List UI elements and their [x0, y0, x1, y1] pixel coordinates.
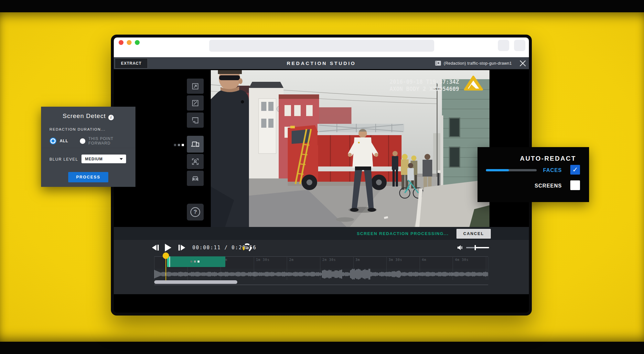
play-button[interactable] — [165, 244, 171, 252]
close-icon[interactable] — [519, 60, 526, 67]
previous-frame-button[interactable] — [152, 244, 159, 252]
processing-status-bar: SCREEN REDACTION PROCESSING... CANCEL — [114, 227, 529, 240]
playback-speed-button[interactable]: 1x — [242, 242, 252, 253]
redaction-studio-titlebar: EXTRACT REDACTION STUDIO (Redaction) tra… — [114, 57, 529, 69]
evidence-file-name: (Redaction) traffic-stop-gun-drawn1 — [444, 61, 512, 66]
vehicle-detect-tool-button[interactable] — [187, 171, 204, 186]
blur-level-value: MEDIUM — [85, 157, 103, 161]
volume-fill — [466, 247, 475, 248]
volume-slider[interactable] — [466, 247, 489, 248]
auto-redact-title: AUTO-REDACT — [520, 155, 576, 162]
vehicle-detect-icon — [191, 175, 199, 182]
speaker-icon — [457, 244, 465, 251]
audio-waveform[interactable] — [154, 268, 488, 280]
overlay-camera-id: AXON BODY 2 X81054609 — [390, 86, 459, 92]
address-bar[interactable] — [209, 40, 434, 52]
faces-label: FACES — [543, 167, 562, 173]
playback-controls: 00:00:11 / 0:20:56 1x — [114, 240, 529, 255]
faces-progress-fill — [486, 169, 509, 171]
blur-level-label: BLUR LEVEL — [49, 157, 78, 162]
browser-action-button[interactable] — [498, 40, 509, 51]
pop-out-icon — [191, 82, 199, 90]
zoom-window-button[interactable] — [135, 40, 140, 45]
volume-mute-button[interactable] — [457, 244, 465, 252]
timeline: 30s1m1m 30s2m2m 30s3m3m 30s4m4m 30s5m — [114, 255, 529, 294]
speed-value: 1x — [245, 246, 249, 250]
magic-wand-tool-button[interactable] — [187, 95, 204, 111]
screen-detect-panel: Screen Detecti REDACTION DURATION... ALL… — [41, 107, 135, 187]
screens-label: SCREENS — [535, 183, 562, 189]
chevron-down-icon — [120, 158, 123, 160]
auto-redact-panel: AUTO-REDACT FACES ✓ SCREENS — [478, 147, 589, 202]
previous-frame-icon — [152, 245, 156, 251]
volume-thumb[interactable] — [475, 245, 476, 250]
redaction-segment[interactable] — [167, 256, 225, 267]
blur-level-select[interactable]: MEDIUM — [81, 155, 126, 163]
audio-region-tool-button[interactable] — [187, 113, 204, 128]
screens-checkbox[interactable] — [570, 180, 580, 190]
face-detect-icon — [191, 158, 199, 166]
face-detect-tool-button[interactable] — [187, 154, 204, 169]
cancel-button[interactable]: CANCEL — [456, 229, 491, 239]
page: EXTRACT REDACTION STUDIO (Redaction) tra… — [0, 0, 644, 354]
playhead-line — [166, 256, 166, 284]
divider — [41, 148, 135, 149]
magic-wand-icon — [191, 99, 199, 107]
video-player[interactable]: 2016-09-18 T19:37:34Z AXON BODY 2 X81054… — [211, 70, 489, 227]
next-frame-button[interactable] — [178, 244, 185, 252]
process-button[interactable]: PROCESS — [68, 172, 108, 182]
speed-dial-icon: 1x — [242, 242, 252, 253]
bodycam-footage: 2016-09-18 T19:37:34Z AXON BODY 2 X81054… — [211, 70, 489, 227]
browser-action-button[interactable] — [514, 40, 525, 51]
fire-truck — [288, 124, 404, 190]
processing-status-text: SCREEN REDACTION PROCESSING... — [357, 227, 449, 240]
redaction-duration-label: REDACTION DURATION... — [49, 127, 105, 131]
browser-chrome — [114, 38, 529, 57]
browser-window: EXTRACT REDACTION STUDIO (Redaction) tra… — [111, 35, 532, 316]
scrollbar-track[interactable] — [154, 284, 488, 285]
help-button[interactable]: ? — [187, 204, 204, 220]
play-icon — [165, 244, 171, 252]
screen-detect-tool-button[interactable] — [187, 136, 204, 153]
info-icon[interactable]: i — [108, 115, 114, 120]
video-file-icon — [435, 61, 441, 66]
panel-title: Screen Detecti — [41, 113, 135, 120]
playhead-handle[interactable] — [163, 252, 169, 259]
scrollbar-thumb[interactable] — [154, 280, 237, 284]
redaction-workspace: 2016-09-18 T19:37:34Z AXON BODY 2 X81054… — [114, 69, 529, 313]
radio-all-label: ALL — [60, 139, 68, 143]
overlay-timestamp: 2016-09-18 T19:37:34Z — [390, 79, 459, 85]
radio-this-point-forward[interactable] — [80, 138, 85, 144]
processing-dots-indicator — [174, 144, 184, 146]
pop-out-tool-button[interactable] — [187, 79, 204, 94]
officer-foreground — [211, 70, 249, 227]
help-icon: ? — [190, 207, 200, 217]
faces-checkbox[interactable]: ✓ — [570, 165, 580, 175]
screen-detect-icon — [191, 140, 199, 148]
audio-region-icon — [191, 116, 199, 124]
radio-all[interactable] — [50, 138, 56, 144]
timeline-scrollbar — [154, 280, 488, 285]
faces-progress-bar — [486, 169, 537, 171]
segment-loading-dots — [190, 261, 199, 263]
next-frame-icon — [181, 245, 185, 251]
minimize-window-button[interactable] — [127, 40, 132, 45]
radio-forward-label: THIS POINT FORWARD — [89, 136, 135, 145]
close-window-button[interactable] — [119, 40, 123, 45]
